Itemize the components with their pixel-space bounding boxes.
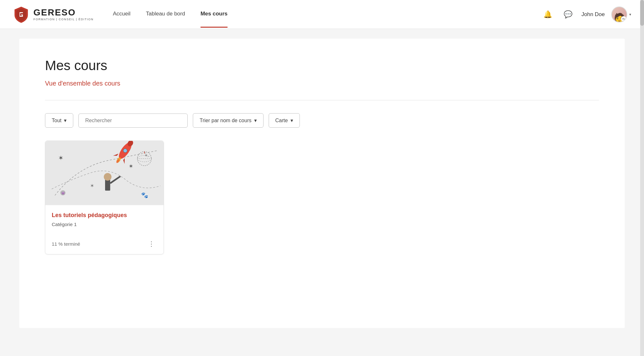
avatar-badge: XL [621,16,627,22]
search-input[interactable] [78,114,188,128]
sort-label: Trier par nom de cours [200,118,251,123]
course-title[interactable]: Les tutoriels pédagogiques [52,212,157,219]
view-label: Carte [275,118,288,123]
nav-link-mes-cours[interactable]: Mes cours [201,11,228,28]
view-dropdown-button[interactable]: Carte ▾ [269,113,300,128]
course-progress: 11 % terminé [52,241,80,247]
logo-area[interactable]: GERESO FORMATION | CONSEIL | ÉDITION [13,6,94,23]
scrollbar-thumb[interactable] [640,0,644,26]
sort-dropdown-button[interactable]: Trier par nom de cours ▾ [193,113,263,128]
svg-text:🐾: 🐾 [141,192,148,199]
notification-bell-button[interactable]: 🔔 [541,8,555,21]
chat-icon: 💬 [564,10,572,18]
svg-text:👾: 👾 [61,191,65,195]
avatar-wrapper[interactable]: 🧑 XL ▾ [611,6,631,23]
brand-name: GERESO [33,8,94,17]
page-title: Mes cours [45,58,599,73]
tout-chevron-icon: ▾ [64,117,67,123]
svg-text:✶: ✶ [58,154,64,161]
logo-text: GERESO FORMATION | CONSEIL | ÉDITION [33,8,94,21]
tout-filter-button[interactable]: Tout ▾ [45,113,73,128]
course-info: Les tutoriels pédagogiques Catégorie 1 [45,205,164,239]
nav-link-tableau[interactable]: Tableau de bord [146,11,185,18]
user-name: John Doe [581,11,605,18]
course-thumbnail: ✶ ✶ ✶ ✶ [45,141,164,205]
divider [45,100,599,100]
avatar-chevron-icon: ▾ [629,12,631,17]
svg-text:✶: ✶ [90,183,94,188]
page-subtitle: Vue d'ensemble des cours [45,80,599,87]
chat-button[interactable]: 💬 [561,8,575,21]
main-content: Mes cours Vue d'ensemble des cours Tout … [19,39,625,328]
avatar: 🧑 XL [611,6,627,23]
svg-point-6 [104,173,112,181]
bell-icon: 🔔 [543,10,552,18]
nav-link-accueil[interactable]: Accueil [113,11,130,18]
logo-icon [13,6,30,23]
nav-right: 🔔 💬 John Doe 🧑 XL ▾ [541,6,631,23]
course-category: Catégorie 1 [52,222,157,227]
courses-grid: ✶ ✶ ✶ ✶ [45,141,599,254]
svg-text:✶: ✶ [129,163,133,169]
tout-label: Tout [52,118,61,123]
course-menu-button[interactable]: ⋮ [146,239,157,249]
course-card[interactable]: ✶ ✶ ✶ ✶ [45,141,164,254]
scrollbar[interactable] [640,0,644,356]
svg-rect-5 [105,179,110,191]
view-chevron-icon: ▾ [291,117,293,123]
sort-chevron-icon: ▾ [254,117,257,123]
navbar: GERESO FORMATION | CONSEIL | ÉDITION Acc… [0,0,644,29]
course-footer: 11 % terminé ⋮ [45,239,164,254]
nav-links: Accueil Tableau de bord Mes cours [113,11,541,18]
brand-tagline: FORMATION | CONSEIL | ÉDITION [33,18,94,21]
filters-row: Tout ▾ Trier par nom de cours ▾ Carte ▾ [45,113,599,128]
menu-dots-icon: ⋮ [148,240,155,247]
